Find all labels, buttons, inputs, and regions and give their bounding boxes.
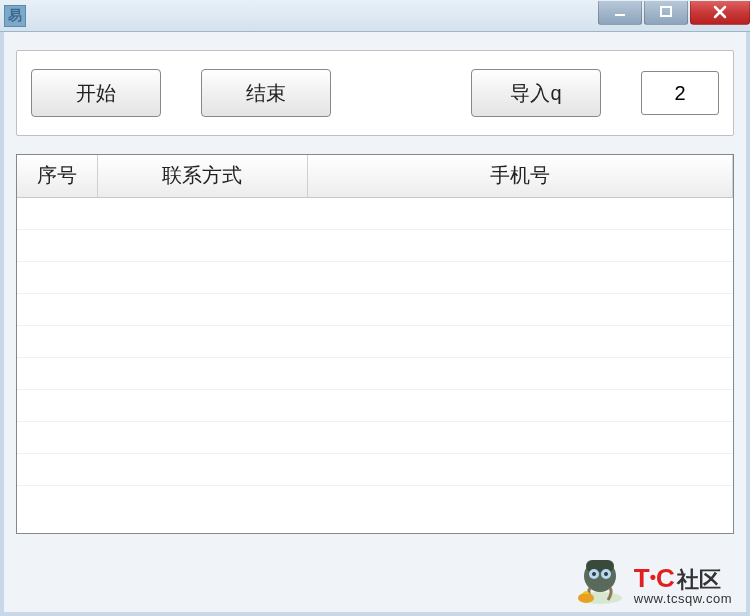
column-header-seq[interactable]: 序号 — [17, 155, 97, 197]
table-row — [17, 389, 733, 421]
table-row — [17, 293, 733, 325]
column-header-contact[interactable]: 联系方式 — [97, 155, 307, 197]
result-table: 序号 联系方式 手机号 — [17, 155, 733, 486]
table-row — [17, 453, 733, 485]
import-q-button[interactable]: 导入q — [471, 69, 601, 117]
column-header-phone[interactable]: 手机号 — [307, 155, 733, 197]
table-row — [17, 325, 733, 357]
table-row — [17, 421, 733, 453]
result-listview[interactable]: 序号 联系方式 手机号 — [16, 154, 734, 534]
toolbar-panel: 开始 结束 导入q — [16, 50, 734, 136]
table-row — [17, 229, 733, 261]
app-icon: 易 — [4, 5, 26, 27]
svg-rect-1 — [661, 7, 671, 16]
svg-rect-0 — [615, 14, 625, 16]
start-button[interactable]: 开始 — [31, 69, 161, 117]
client-area: 开始 结束 导入q 序号 联系方式 手机号 — [0, 32, 750, 616]
table-header-row: 序号 联系方式 手机号 — [17, 155, 733, 197]
end-button[interactable]: 结束 — [201, 69, 331, 117]
table-row — [17, 357, 733, 389]
table-row — [17, 197, 733, 229]
table-body — [17, 197, 733, 485]
close-button[interactable] — [690, 1, 750, 25]
titlebar-left: 易 — [4, 5, 26, 27]
table-row — [17, 261, 733, 293]
count-input[interactable] — [641, 71, 719, 115]
window-controls — [598, 1, 750, 29]
maximize-button[interactable] — [644, 1, 688, 25]
window-titlebar: 易 — [0, 0, 750, 32]
minimize-button[interactable] — [598, 1, 642, 25]
